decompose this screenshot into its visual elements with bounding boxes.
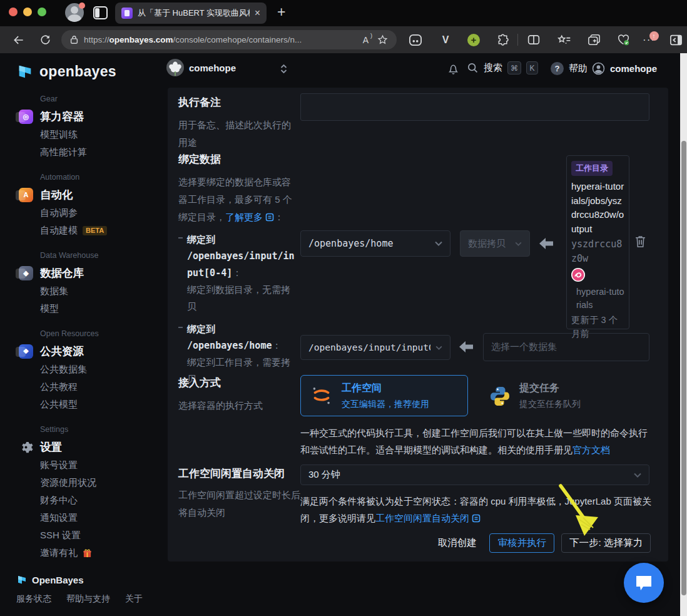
sidebar-item-public-tutorials[interactable]: 公共教程 — [40, 381, 168, 394]
sidebar-item-account-settings[interactable]: 账号设置 — [40, 459, 168, 472]
url-bar[interactable]: https://openbayes.com/console/comehope/c… — [61, 30, 397, 49]
update-badge: ↑ — [649, 31, 659, 41]
tab-actions-icon[interactable] — [583, 26, 605, 53]
bell-icon[interactable] — [447, 62, 460, 78]
access-option-workspace[interactable]: 工作空间 交互编辑器，推荐使用 — [300, 375, 468, 416]
sidebar-item-public-resources[interactable]: ❖ 公共资源 — [19, 344, 168, 359]
sidebar-item-settings[interactable]: 设置 — [19, 439, 168, 454]
browser-essentials-icon[interactable] — [612, 26, 634, 53]
sidebar-item-public-models[interactable]: 公共模型 — [40, 398, 168, 411]
screen: 从「基于 HuBERT 实现歌曲风格转 × + https://openbaye… — [0, 0, 687, 616]
workspace-selector[interactable]: comehope — [166, 59, 236, 76]
chevron-down-icon — [435, 346, 442, 350]
section-header-automation: Automation — [40, 173, 168, 182]
footer-link-about[interactable]: 关于 — [125, 593, 143, 605]
create-container-form: 执行备注 用于备忘、描述此次执行的用途 绑定数据 选择要绑定的数据仓库或容器工作… — [168, 88, 668, 562]
note-input[interactable] — [300, 93, 649, 121]
footer-link-status[interactable]: 服务状态 — [16, 593, 51, 605]
footer-link-support[interactable]: 帮助与支持 — [66, 593, 110, 605]
note-label-block: 执行备注 用于备忘、描述此次执行的用途 — [178, 95, 295, 151]
side-panel-icon[interactable] — [664, 26, 687, 53]
chat-widget-button[interactable] — [624, 563, 664, 603]
footer-brand[interactable]: OpenBayes — [16, 574, 143, 585]
sidebar-item-model-training[interactable]: 模型训练 — [40, 128, 168, 141]
split-screen-icon[interactable] — [522, 26, 545, 53]
workspace-chevrons-icon[interactable] — [280, 64, 287, 76]
search-button[interactable]: 搜索 ⌘ K — [467, 61, 538, 74]
minimize-window-button[interactable] — [23, 8, 32, 16]
tab-close-icon[interactable]: × — [255, 8, 260, 18]
sidebar-item-public-datasets[interactable]: 公共数据集 — [40, 363, 168, 376]
kbd-k: K — [526, 61, 538, 74]
sidebar-item-auto-tuning[interactable]: 自动调参 — [40, 207, 168, 220]
bound-workdir-card[interactable]: 工作目录 hyperai-tutorials/jobs/yszdrccu8z0w… — [566, 155, 629, 329]
tab-title: 从「基于 HuBERT 实现歌曲风格转 — [138, 8, 250, 19]
access-option-task[interactable]: 提交任务 提交至任务队列 — [489, 382, 581, 410]
section-header-data-warehouse: Data Warehouse — [40, 251, 168, 260]
mount-path-select-home[interactable]: /openbayes/home — [300, 230, 450, 257]
chevron-down-icon — [634, 473, 641, 478]
sidebar-item-hpc[interactable]: 高性能计算 — [40, 146, 168, 159]
adblock-icon[interactable]: + — [462, 26, 485, 53]
tab-switcher-icon[interactable] — [93, 6, 108, 19]
sidebar-item-automl[interactable]: 自动建模 BETA — [40, 224, 168, 237]
dark-reader-icon[interactable]: V — [434, 26, 457, 53]
section-header-settings: Settings — [40, 425, 168, 434]
collections-icon[interactable] — [553, 26, 576, 53]
back-icon[interactable] — [8, 26, 30, 53]
containers-icon: ◎ — [19, 110, 33, 124]
section-header-open-resources: Open Resources — [40, 329, 168, 339]
learn-more-link[interactable]: 了解更多 — [225, 212, 263, 222]
sidebar-item-data-warehouse[interactable]: ◈ 数据仓库 — [19, 265, 168, 280]
sidebar-item-datasets[interactable]: 数据集 — [40, 285, 168, 298]
sidebar-item-notification-settings[interactable]: 通知设置 — [40, 511, 168, 525]
next-step-button[interactable]: 下一步: 选择算力 — [561, 533, 651, 553]
maximize-window-button[interactable] — [38, 8, 46, 16]
extension-robot-icon[interactable] — [404, 26, 427, 53]
sidebar: openbayes Gear ◎ 算力容器 模型训练 高性能计算 Automat… — [0, 53, 168, 616]
section-header-gear: Gear — [40, 95, 168, 104]
scrollbar-thumb[interactable] — [681, 141, 686, 595]
scrollbar-track[interactable] — [680, 53, 687, 616]
copy-mode-select[interactable]: 数据拷贝 — [460, 230, 530, 257]
workdir-badge: 工作目录 — [571, 161, 613, 176]
mount-path-select-input0[interactable]: /openbayes/input/input0 — [300, 335, 450, 360]
docs-link[interactable]: 官方文档 — [572, 444, 610, 455]
sidebar-item-automation[interactable]: A 自动化 — [19, 187, 168, 202]
favorite-star-icon[interactable] — [377, 34, 388, 45]
sidebar-footer: OpenBayes 服务状态 帮助与支持 关于 — [16, 574, 143, 605]
more-menu-icon[interactable]: ···↑ — [638, 26, 660, 53]
sidebar-item-models[interactable]: 模型 — [40, 302, 168, 316]
idle-docs-link[interactable]: 工作空间闲置自动关闭 — [375, 513, 469, 523]
user-menu[interactable]: comehope — [592, 62, 657, 75]
help-button[interactable]: ? 帮助 — [551, 62, 588, 75]
close-window-button[interactable] — [9, 8, 18, 16]
sidebar-item-billing-center[interactable]: 财务中心 — [40, 494, 168, 507]
extensions-puzzle-icon[interactable] — [492, 26, 514, 53]
trash-icon[interactable] — [634, 234, 647, 251]
kbd-cmd: ⌘ — [507, 61, 521, 74]
idle-timeout-select[interactable]: 30 分钟 — [300, 465, 649, 485]
openbayes-logo[interactable]: openbayes — [16, 62, 168, 81]
access-note: 一种交互式的代码执行工具，创建工作空间后我们可以在其上做一些即时的命令执行和尝试… — [300, 424, 652, 458]
workdir-job-id: yszdrccu8z0w — [571, 237, 624, 265]
sidebar-item-referral[interactable]: 邀请有礼 — [40, 547, 168, 560]
bind-arrow-icon — [538, 237, 554, 250]
doc-link-icon[interactable] — [265, 213, 274, 222]
sidebar-item-containers[interactable]: ◎ 算力容器 — [19, 109, 168, 124]
browser-tab[interactable]: 从「基于 HuBERT 实现歌曲风格转 × — [115, 3, 267, 24]
jupyter-icon — [310, 384, 333, 408]
note-desc: 用于备忘、描述此次执行的用途 — [178, 116, 295, 151]
reload-icon[interactable] — [34, 26, 56, 53]
sidebar-item-resource-usage[interactable]: 资源使用状况 — [40, 476, 168, 490]
binding-label-block: 绑定数据 选择要绑定的数据仓库或容器工作目录，最多可有 5 个绑定目录，了解更多… — [178, 152, 295, 388]
sidebar-item-ssh-settings[interactable]: SSH 设置 — [40, 529, 168, 542]
read-aloud-icon[interactable]: A — [363, 35, 372, 45]
doc-link-icon[interactable] — [472, 514, 481, 523]
review-and-run-button[interactable]: 审核并执行 — [489, 533, 554, 553]
cancel-button[interactable]: 取消创建 — [431, 533, 482, 553]
browser-titlebar: 从「基于 HuBERT 实现歌曲风格转 × + — [0, 0, 687, 26]
new-tab-button[interactable]: + — [277, 4, 285, 21]
lock-icon — [70, 35, 78, 44]
dataset-select[interactable]: 选择一个数据集 — [483, 333, 649, 361]
